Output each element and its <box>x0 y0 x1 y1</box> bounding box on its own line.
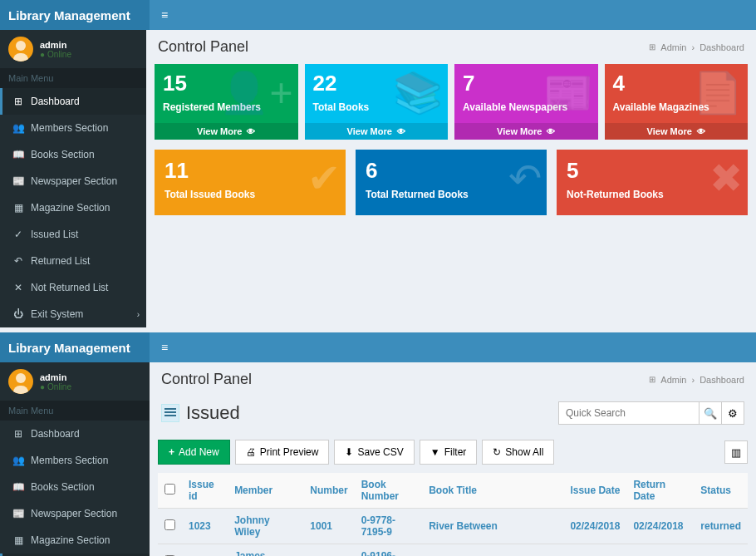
user-panel: admin Online <box>0 30 146 68</box>
menu-icon: ⏻ <box>12 308 24 320</box>
sidebar-item-books-section[interactable]: 📖Books Section <box>0 141 146 168</box>
sidebar-item-returned-list[interactable]: ↶Returned List <box>0 248 146 274</box>
save-csv-button[interactable]: ⬇Save CSV <box>334 440 414 465</box>
breadcrumb: ⊞ Admin › Dashboard <box>649 375 744 385</box>
menu-label: Books Section <box>31 149 95 160</box>
col-header[interactable]: Return Date <box>626 473 694 509</box>
sidebar-item-exit-system[interactable]: ⏻Exit System› <box>0 301 146 327</box>
sidebar-item-newspaper-section[interactable]: 📰Newspaper Section <box>0 168 146 194</box>
number-link[interactable]: 1001 <box>310 520 332 532</box>
view-more-link[interactable]: View More <box>155 123 298 140</box>
menu-toggle-icon[interactable]: ≡ <box>150 332 179 362</box>
download-icon: ⬇ <box>345 446 353 458</box>
menu-icon: ▦ <box>12 534 24 546</box>
sidebar-item-dashboard[interactable]: ⊞Dashboard <box>0 421 150 447</box>
col-header[interactable]: Status <box>694 473 748 509</box>
col-header[interactable]: Number <box>303 473 354 509</box>
sidebar-item-dashboard[interactable]: ⊞Dashboard <box>0 88 146 115</box>
status-link[interactable]: returned <box>700 520 741 532</box>
sidebar-item-books-section[interactable]: 📖Books Section <box>0 474 150 500</box>
tile-bg-icon: ↶ <box>508 155 542 201</box>
add-new-button[interactable]: +Add New <box>158 440 230 465</box>
tile-bg-icon: 👤+ <box>219 69 292 116</box>
sidebar-item-not-returned-list[interactable]: ✕Not Returned List <box>0 274 146 301</box>
sidebar-item-magazine-section[interactable]: ▦Magazine Section <box>0 194 146 221</box>
member-link[interactable]: James Sanders <box>234 550 273 556</box>
menu-icon: ✕ <box>12 282 24 293</box>
user-status: Online <box>40 50 71 59</box>
eye-icon <box>395 126 405 136</box>
user-panel: admin Online <box>0 362 150 401</box>
refresh-icon: ↻ <box>493 446 501 458</box>
sidebar-item-members-section[interactable]: 👥Members Section <box>0 115 146 141</box>
search-button[interactable]: 🔍 <box>699 401 722 425</box>
col-header[interactable]: Book Title <box>422 473 563 509</box>
col-header[interactable]: Member <box>228 473 303 509</box>
select-all-checkbox[interactable] <box>164 484 175 494</box>
booknum-link[interactable]: 0-9196-4660-3 <box>361 550 395 556</box>
menu-header: Main Menu <box>0 401 150 421</box>
tile-bg-icon: ✔ <box>307 155 341 201</box>
view-more-link[interactable]: View More <box>605 123 749 140</box>
print-button[interactable]: 🖨Print Preview <box>235 440 330 465</box>
menu-icon: ⊞ <box>12 428 24 440</box>
plus-icon: + <box>169 446 174 458</box>
home-icon: ⊞ <box>649 375 655 384</box>
app-logo[interactable]: Library Management <box>0 332 150 362</box>
issue-date-link[interactable]: 02/24/2018 <box>570 520 620 532</box>
print-icon: 🖨 <box>246 446 256 458</box>
user-name: admin <box>40 372 71 382</box>
view-more-link[interactable]: View More <box>305 123 449 140</box>
app-logo[interactable]: Library Management <box>0 0 150 30</box>
menu-icon: 📖 <box>12 481 24 493</box>
menu-icon: 👥 <box>12 455 24 466</box>
menu-label: Magazine Section <box>31 202 110 214</box>
menu-label: Exit System <box>31 308 83 320</box>
issued-title: Issued <box>186 402 240 424</box>
menu-label: Newspaper Section <box>31 508 117 519</box>
show-all-button[interactable]: ↻Show All <box>482 440 554 465</box>
menu-label: Members Section <box>31 122 108 134</box>
search-input[interactable] <box>558 401 700 425</box>
home-icon: ⊞ <box>649 42 655 52</box>
chevron-right-icon: › <box>137 310 140 319</box>
table-view-button[interactable]: ▥ <box>724 440 748 464</box>
menu-label: Issued List <box>31 229 78 240</box>
col-header[interactable]: Issue Date <box>563 473 626 509</box>
sidebar-item-members-section[interactable]: 👥Members Section <box>0 447 150 474</box>
return-date-link[interactable]: 02/24/2018 <box>633 520 683 532</box>
user-status: Online <box>40 382 71 391</box>
title-link[interactable]: River Between <box>429 520 498 532</box>
avatar <box>8 37 33 62</box>
stat-tile: ↶6Total Returned Books <box>356 150 547 215</box>
view-more-link[interactable]: View More <box>454 123 598 140</box>
menu-label: Magazine Section <box>31 534 110 546</box>
filter-icon: ▼ <box>430 446 440 458</box>
col-header[interactable]: Issue id <box>182 473 228 509</box>
menu-header: Main Menu <box>0 68 146 88</box>
booknum-link[interactable]: 0-9778-7195-9 <box>361 514 395 538</box>
sidebar-item-issued-list[interactable]: ✓Issued List <box>0 221 146 248</box>
sidebar-item-newspaper-section[interactable]: 📰Newspaper Section <box>0 500 150 527</box>
menu-label: Dashboard <box>31 428 80 440</box>
page-title: Control Panel <box>161 371 252 388</box>
sidebar-item-magazine-section[interactable]: ▦Magazine Section <box>0 527 150 554</box>
stat-tile: 📄4Available MagazinesView More <box>605 64 749 140</box>
page-title: Control Panel <box>158 38 248 56</box>
issued-table: Issue idMemberNumberBook NumberBook Titl… <box>158 473 748 556</box>
menu-icon: ↶ <box>12 255 24 267</box>
sidebar: admin Online Main Menu ⊞Dashboard👥Member… <box>0 30 146 327</box>
stat-tile: ✖5Not-Returned Books <box>557 150 748 215</box>
table-row: 1023Johnny Wiley10010-9778-7195-9River B… <box>158 509 748 544</box>
table-row: 602James Sanders10090-9196-4660-3World W… <box>158 544 748 557</box>
issue-id-link[interactable]: 1023 <box>189 520 211 532</box>
menu-label: Not Returned List <box>31 282 108 293</box>
filter-button[interactable]: ▼Filter <box>420 440 478 465</box>
settings-button[interactable]: ⚙ <box>721 401 744 425</box>
stat-tile: 📚22Total BooksView More <box>305 64 449 140</box>
menu-toggle-icon[interactable]: ≡ <box>150 0 179 30</box>
row-checkbox[interactable] <box>164 519 175 530</box>
menu-icon: 📰 <box>12 508 24 519</box>
member-link[interactable]: Johnny Wiley <box>234 514 270 538</box>
col-header[interactable]: Book Number <box>355 473 422 509</box>
